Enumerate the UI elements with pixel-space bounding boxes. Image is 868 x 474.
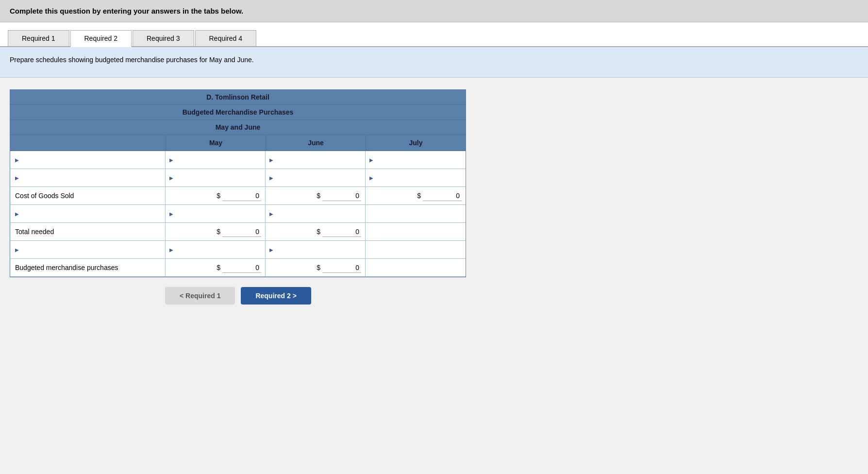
cell-cogs-june: $	[266, 187, 366, 204]
tab-required3[interactable]: Required 3	[133, 30, 194, 46]
input-cogs-may[interactable]	[222, 191, 261, 201]
header-line-3: May and June	[10, 120, 466, 135]
main-content: D. Tomlinson Retail Budgeted Merchandise…	[0, 78, 868, 316]
input-cogs-june[interactable]	[322, 191, 361, 201]
header-line-2: Budgeted Merchandise Purchases	[10, 105, 466, 120]
tab-required2[interactable]: Required 2	[70, 30, 132, 47]
cell-1-may: ▶	[166, 169, 266, 186]
currency-total-june: $	[317, 228, 320, 236]
table-header: D. Tomlinson Retail Budgeted Merchandise…	[10, 90, 466, 135]
cell-total-july	[366, 223, 466, 240]
cell-budgeted-june: $	[266, 259, 366, 276]
instruction-bar: Complete this question by entering your …	[0, 0, 868, 22]
cell-cogs-may: $	[166, 187, 266, 204]
table-row: ▶ ▶ ▶	[10, 169, 466, 187]
description-text: Prepare schedules showing budgeted merch…	[10, 56, 254, 64]
cell-budgeted-may: $	[166, 259, 266, 276]
instruction-text: Complete this question by entering your …	[10, 7, 243, 15]
cell-5-june: ▶	[266, 241, 366, 258]
cell-total-june: $	[266, 223, 366, 240]
cell-3-july	[366, 205, 466, 222]
row-label-0	[10, 151, 166, 169]
col-header-label	[10, 135, 166, 151]
row-label-5	[10, 241, 166, 258]
cell-3-june: ▶	[266, 205, 366, 222]
budget-table: D. Tomlinson Retail Budgeted Merchandise…	[10, 89, 466, 277]
table-row: ▶ ▶	[10, 205, 466, 223]
page-wrapper: Complete this question by entering your …	[0, 0, 868, 474]
table-row: ▶ ▶ ▶	[10, 151, 466, 169]
col-header-july: July	[366, 135, 466, 151]
col-header-june: June	[266, 135, 366, 151]
tab-required1[interactable]: Required 1	[8, 30, 69, 46]
currency-budgeted-may: $	[217, 264, 220, 271]
input-total-may[interactable]	[222, 227, 261, 237]
cell-5-may: ▶	[166, 241, 266, 258]
table-row: Total needed $ $	[10, 223, 466, 241]
next-button[interactable]: Required 2 >	[241, 287, 311, 305]
prev-button[interactable]: < Required 1	[165, 287, 235, 305]
cell-5-july	[366, 241, 466, 258]
cell-0-may: ▶	[166, 151, 266, 169]
input-budgeted-june[interactable]	[322, 263, 361, 273]
cell-0-july: ▶	[366, 151, 466, 169]
tab-required4[interactable]: Required 4	[195, 30, 257, 46]
table-row: Budgeted merchandise purchases $ $	[10, 259, 466, 277]
cell-total-may: $	[166, 223, 266, 240]
description-area: Prepare schedules showing budgeted merch…	[0, 47, 868, 78]
cell-budgeted-july	[366, 259, 466, 276]
row-label-3	[10, 205, 166, 222]
cell-0-june: ▶	[266, 151, 366, 169]
tabs-area: Required 1 Required 2 Required 3 Require…	[0, 22, 868, 47]
table-row: ▶ ▶	[10, 241, 466, 259]
cell-3-may: ▶	[166, 205, 266, 222]
cell-cogs-july: $	[366, 187, 466, 204]
col-header-may: May	[166, 135, 266, 151]
cell-1-june: ▶	[266, 169, 366, 186]
row-label-budgeted: Budgeted merchandise purchases	[10, 259, 166, 276]
column-headers: May June July	[10, 135, 466, 151]
table-row: Cost of Goods Sold $ $ $	[10, 187, 466, 205]
input-budgeted-may[interactable]	[222, 263, 261, 273]
currency-budgeted-june: $	[317, 264, 320, 271]
input-cogs-july[interactable]	[423, 191, 462, 201]
currency-total-may: $	[217, 228, 220, 236]
row-label-total: Total needed	[10, 223, 166, 240]
currency-cogs-july: $	[417, 192, 421, 200]
cell-1-july: ▶	[366, 169, 466, 186]
row-label-1	[10, 169, 166, 186]
currency-cogs-may: $	[217, 192, 220, 200]
bottom-nav: < Required 1 Required 2 >	[165, 287, 858, 305]
row-label-cogs: Cost of Goods Sold	[10, 187, 166, 204]
input-total-june[interactable]	[322, 227, 361, 237]
currency-cogs-june: $	[317, 192, 320, 200]
header-line-1: D. Tomlinson Retail	[10, 90, 466, 105]
